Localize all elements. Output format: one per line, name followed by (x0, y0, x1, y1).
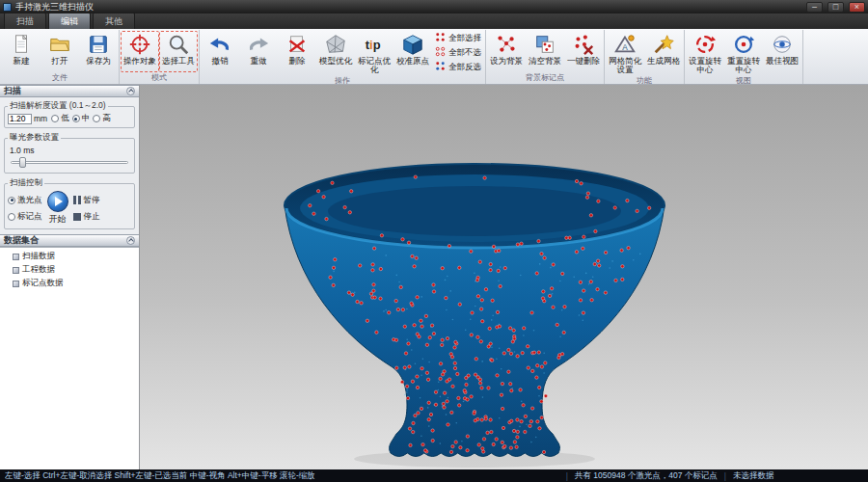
open-icon (48, 32, 71, 57)
select-all-icon (435, 32, 446, 44)
set-as-background-icon (495, 32, 518, 57)
data-tree: 扫描数据工程数据标记点数据 (0, 247, 139, 469)
reset-rotation-center-button[interactable]: 重置旋转中心 (724, 31, 763, 75)
tree-item[interactable]: 扫描数据 (4, 250, 135, 263)
new-file-button[interactable]: 新建 (2, 31, 41, 72)
one-key-delete-button[interactable]: 一键删除 (564, 31, 603, 72)
dataset-icon (13, 254, 19, 260)
clear-background-button[interactable]: 清空背景 (526, 31, 564, 72)
one-key-delete-icon (572, 32, 595, 57)
radio-icon (8, 197, 15, 204)
tab-bar: 扫描编辑其他 (0, 13, 868, 29)
status-divider: | (724, 471, 726, 481)
open-button[interactable]: 打开 (41, 31, 79, 72)
slider-thumb[interactable] (19, 157, 26, 168)
exposure-settings-group: 曝光参数设置 1.0 ms (4, 132, 135, 174)
exposure-value: 1.0 ms (8, 145, 131, 155)
select-invert-icon (435, 61, 446, 73)
collapse-data-panel-button[interactable] (126, 236, 135, 245)
resolution-input[interactable] (8, 114, 32, 124)
tab-other[interactable]: 其他 (93, 13, 135, 29)
select-tool-button[interactable]: 选择工具 (159, 31, 198, 72)
model-optimize-button[interactable]: 模型优化 (316, 31, 355, 75)
title-bar: 手持激光三维扫描仪 – □ × (0, 0, 868, 13)
clear-background-icon (533, 32, 556, 57)
ribbon: 新建打开保存为文件操作对象选择工具模式撤销重做删除模型优化tip标记点优化校准原… (0, 29, 868, 85)
tree-item[interactable]: 工程数据 (4, 263, 135, 277)
radio-icon (8, 213, 15, 221)
ribbon-group-file: 新建打开保存为文件 (1, 30, 120, 84)
resolution-option-1[interactable]: 中 (72, 113, 91, 124)
status-hint: 左键-选择 Ctrl+左键-取消选择 Shift+左键-已选当前 中键-视角 A… (5, 470, 559, 482)
start-button[interactable] (47, 191, 68, 212)
undo-icon (208, 32, 231, 57)
operate-object-icon (128, 32, 151, 57)
resolution-unit-label: mm (34, 114, 47, 123)
status-counts: 共有 1050948 个激光点，407 个标记点 (575, 470, 718, 482)
data-panel-title: 数据集合 (4, 234, 39, 247)
radio-icon (51, 115, 59, 122)
calibrate-origin-icon (401, 32, 424, 57)
generate-mesh-icon (652, 32, 675, 57)
marker-optimize-button[interactable]: tip标记点优化 (355, 31, 393, 75)
save-as-button[interactable]: 保存为 (79, 31, 118, 72)
exposure-group-title: 曝光参数设置 (8, 132, 61, 144)
set-rotation-center-button[interactable]: 设置旋转中心 (686, 31, 724, 75)
resolution-option-0[interactable]: 低 (51, 113, 69, 124)
radio-icon (93, 115, 100, 122)
sidebar: 扫描 扫描解析度设置 (0.1～2.0) mm 低中高 曝光参数设置 1.0 m… (0, 85, 140, 469)
ribbon-group-label: 视图 (686, 75, 801, 85)
dataset-icon (13, 267, 19, 274)
app-window: 手持激光三维扫描仪 – □ × 扫描编辑其他 新建打开保存为文件操作对象选择工具… (0, 0, 868, 482)
maximize-button[interactable]: □ (827, 2, 844, 13)
pause-icon (73, 196, 81, 204)
ribbon-group-background-markers: 设为背景清空背景一键删除背景标记点 (486, 30, 605, 84)
ribbon-group-label: 模式 (121, 72, 198, 84)
ribbon-group-mode: 操作对象选择工具模式 (120, 30, 200, 84)
exposure-slider[interactable] (11, 156, 128, 169)
operate-object-button[interactable]: 操作对象 (121, 31, 159, 72)
close-button[interactable]: × (849, 2, 865, 13)
tree-item[interactable]: 标记点数据 (4, 277, 135, 290)
marker-optimize-icon: tip (363, 32, 386, 57)
select-none-button[interactable]: 全部不选 (435, 46, 481, 59)
status-divider: | (566, 471, 568, 481)
scan-control-group: 扫描控制 激光点标记点 开始 暂停 (4, 177, 135, 229)
select-none-icon (435, 46, 446, 59)
minimize-button[interactable]: – (806, 2, 823, 13)
best-view-button[interactable]: 最佳视图 (763, 31, 801, 75)
scan-mode-option-0[interactable]: 激光点 (8, 195, 42, 206)
reset-rotation-center-icon (732, 32, 755, 57)
resolution-group-title: 扫描解析度设置 (0.1～2.0) (8, 100, 108, 112)
resolution-option-2[interactable]: 高 (93, 113, 111, 124)
ribbon-group-label: 操作 (201, 75, 484, 85)
select-tool-icon (167, 32, 190, 57)
viewport-canvas (140, 85, 868, 469)
best-view-icon (771, 32, 794, 57)
delete-button[interactable]: 删除 (278, 31, 316, 75)
resolution-level-radios: 低中高 (51, 113, 111, 124)
tab-scan[interactable]: 扫描 (4, 13, 46, 29)
window-title: 手持激光三维扫描仪 (15, 1, 801, 13)
svg-text:A: A (622, 42, 628, 52)
scan-panel-title: 扫描 (4, 85, 21, 97)
collapse-scan-panel-button[interactable] (126, 87, 135, 95)
undo-button[interactable]: 撤销 (201, 31, 239, 75)
set-rotation-center-icon (693, 32, 717, 57)
redo-button[interactable]: 重做 (239, 31, 278, 75)
pause-button[interactable]: 暂停 (73, 195, 100, 206)
tab-edit[interactable]: 编辑 (48, 13, 91, 29)
play-icon (55, 197, 63, 206)
set-as-background-button[interactable]: 设为背景 (487, 31, 526, 72)
generate-mesh-button[interactable]: 生成网格 (644, 31, 683, 75)
stop-button[interactable]: 停止 (73, 211, 100, 223)
select-invert-button[interactable]: 全部反选 (435, 61, 481, 73)
calibrate-origin-button[interactable]: 校准原点 (393, 31, 432, 75)
select-all-button[interactable]: 全部选择 (435, 32, 481, 44)
scan-mode-option-1[interactable]: 标记点 (8, 211, 42, 223)
viewport[interactable] (140, 85, 868, 469)
start-label: 开始 (49, 213, 67, 226)
slider-track (11, 161, 128, 164)
model-optimize-icon (324, 32, 347, 57)
mesh-simplify-settings-button[interactable]: A网格简化设置 (606, 31, 644, 75)
